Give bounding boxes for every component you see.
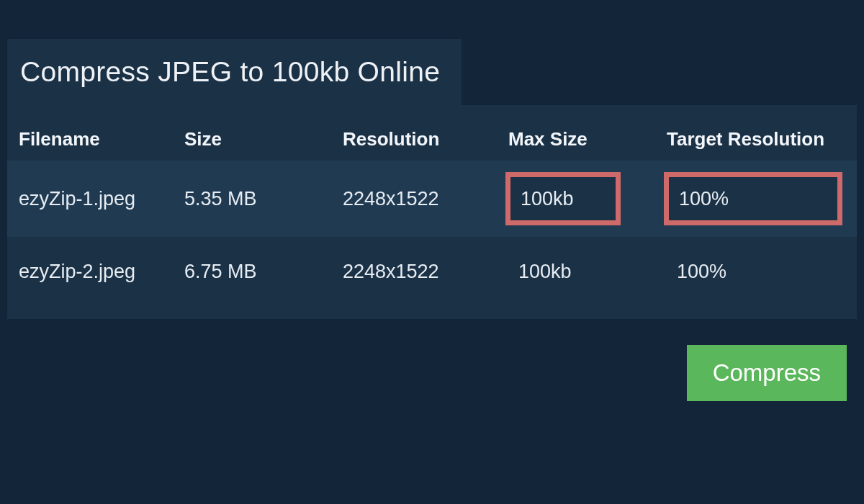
target-resolution-input[interactable] [664, 172, 842, 225]
cell-filename: ezyZip-2.jpeg [7, 237, 173, 306]
table-row: ezyZip-1.jpeg 5.35 MB 2248x1522 [7, 161, 857, 237]
cell-filename: ezyZip-1.jpeg [7, 161, 173, 237]
cell-resolution: 2248x1522 [331, 237, 497, 306]
col-header-filename: Filename [7, 118, 173, 161]
col-header-target-resolution: Target Resolution [655, 118, 857, 161]
compress-button[interactable]: Compress [687, 345, 847, 401]
max-size-input[interactable] [505, 172, 621, 225]
file-table-panel: Filename Size Resolution Max Size Target… [7, 105, 857, 319]
file-table: Filename Size Resolution Max Size Target… [7, 118, 857, 306]
col-header-size: Size [173, 118, 331, 161]
page-title-tab: Compress JPEG to 100kb Online [7, 39, 462, 105]
col-header-resolution: Resolution [331, 118, 497, 161]
max-size-input[interactable] [505, 248, 621, 294]
target-resolution-input[interactable] [664, 248, 842, 294]
col-header-max-size: Max Size [497, 118, 655, 161]
cell-size: 5.35 MB [173, 161, 331, 237]
table-row: ezyZip-2.jpeg 6.75 MB 2248x1522 [7, 237, 857, 306]
cell-size: 6.75 MB [173, 237, 331, 306]
cell-resolution: 2248x1522 [331, 161, 497, 237]
